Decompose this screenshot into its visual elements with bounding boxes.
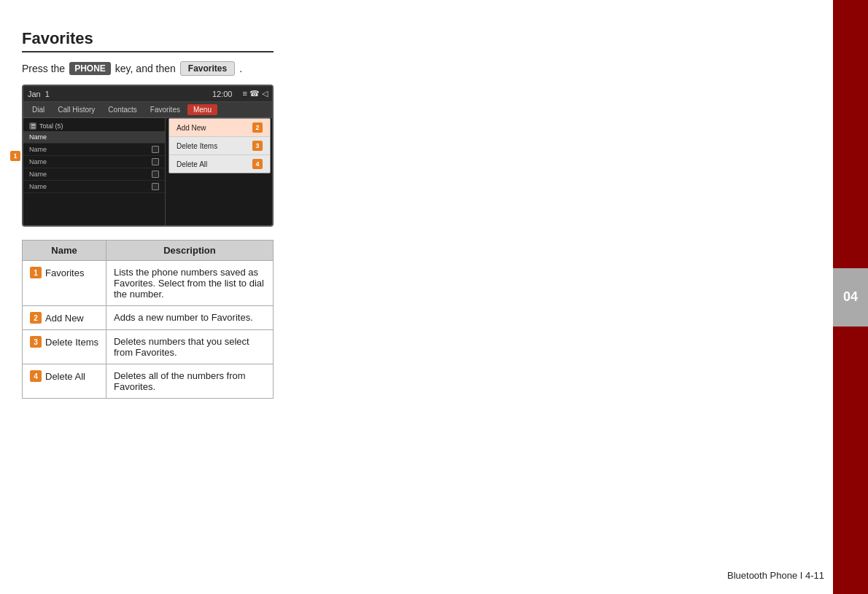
- list-item-3-name: Name: [29, 158, 47, 165]
- info-table: Name Description 1 Favorites Lists the p…: [22, 240, 274, 399]
- chapter-tab: 04: [833, 268, 868, 327]
- dropdown-deleteall-label: Delete All: [177, 160, 207, 168]
- screen-list-header: ☰ Total (5): [23, 121, 165, 131]
- table-cell-addnew-desc: Adds a new number to Favorites.: [106, 306, 273, 330]
- table-header-description: Description: [106, 241, 273, 261]
- table-cell-addnew-name: 2 Add New: [23, 306, 106, 330]
- table-row-deleteitems: 3 Delete Items Deletes numbers that you …: [23, 330, 274, 364]
- list-item-1: Name: [23, 131, 165, 144]
- screen-body: ☰ Total (5) Name Name Name: [23, 118, 272, 225]
- list-item-4-name: Name: [29, 171, 47, 178]
- screen-list: ☰ Total (5) Name Name Name: [23, 118, 166, 225]
- phone-key-badge: PHONE: [69, 62, 111, 75]
- deleteitems-label: Delete Items: [45, 337, 98, 348]
- screen-icons: ≡ ☎ ◁: [242, 89, 268, 98]
- list-icon: ☰: [29, 122, 36, 130]
- dropdown-deleteall-badge: 4: [252, 159, 263, 169]
- instruction-line: Press the PHONE key, and then Favorites …: [22, 61, 811, 76]
- screen-tab-contacts: Contacts: [102, 104, 142, 115]
- list-item-5: Name: [23, 181, 165, 193]
- table-header-name: Name: [23, 241, 106, 261]
- table-row-favorites: 1 Favorites Lists the phone numbers save…: [23, 261, 274, 306]
- screen-tab-menu: Menu: [187, 104, 217, 115]
- list-item-3: Name: [23, 156, 165, 168]
- badge-1: 1: [30, 267, 42, 278]
- table-cell-deleteall-name: 4 Delete All: [23, 364, 106, 399]
- dropdown-addnew-badge: 2: [252, 122, 263, 133]
- favorites-key-badge: Favorites: [180, 61, 235, 76]
- screen-tab-callhistory: Call History: [52, 104, 101, 115]
- dropdown-addnew-label: Add New: [177, 124, 206, 132]
- deleteall-label: Delete All: [45, 371, 85, 382]
- screen-topbar: Jan 1 12:00 ≡ ☎ ◁: [23, 86, 272, 102]
- table-cell-deleteall-desc: Deletes all of the numbers from Favorite…: [106, 364, 273, 399]
- list-item-5-name: Name: [29, 183, 47, 190]
- screen-tab-favorites: Favorites: [144, 104, 186, 115]
- section-title: Favorites: [22, 29, 274, 52]
- dropdown-item-addnew: Add New 2: [169, 119, 270, 137]
- table-row-addnew: 2 Add New Adds a new number to Favorites…: [23, 306, 274, 330]
- instruction-text-middle: key, and then: [115, 63, 176, 74]
- table-cell-favorites-name: 1 Favorites: [23, 261, 106, 306]
- table-cell-favorites-desc: Lists the phone numbers saved as Favorit…: [106, 261, 273, 306]
- table-row-deleteall: 4 Delete All Deletes all of the numbers …: [23, 364, 274, 399]
- dropdown-item-deleteitems: Delete Items 3: [169, 137, 270, 155]
- dropdown-item-deleteall: Delete All 4: [169, 155, 270, 173]
- list-item-2-name: Name: [29, 146, 47, 153]
- screen-dropdown: Add New 2 Delete Items 3 Delete All 4: [168, 118, 271, 173]
- table-cell-deleteitems-desc: Deletes numbers that you select from Fav…: [106, 330, 273, 364]
- list-item-4: Name: [23, 168, 165, 181]
- list-item-3-checkbox: [152, 158, 159, 165]
- list-item-2: Name: [23, 144, 165, 156]
- screen-nav: Dial Call History Contacts Favorites Men…: [23, 102, 272, 118]
- table-cell-deleteitems-name: 3 Delete Items: [23, 330, 106, 364]
- addnew-label: Add New: [45, 313, 84, 324]
- list-item-4-checkbox: [152, 171, 159, 178]
- instruction-text-before: Press the: [22, 63, 65, 74]
- screen-mockup: Jan 1 12:00 ≡ ☎ ◁ Dial Call History Cont…: [22, 85, 274, 227]
- badge-3: 3: [30, 336, 42, 348]
- screen-date: Jan 1: [28, 90, 50, 98]
- right-sidebar: 04: [833, 0, 868, 594]
- list-item-5-checkbox: [152, 183, 159, 190]
- favorites-label: Favorites: [45, 267, 84, 278]
- list-item-2-checkbox: [152, 146, 159, 153]
- dropdown-deleteitems-label: Delete Items: [177, 142, 217, 150]
- screen-wrapper: 1 Jan 1 12:00 ≡ ☎ ◁ Dial Call History Co…: [22, 85, 274, 227]
- screen-time: 12:00: [212, 90, 233, 98]
- badge-2: 2: [30, 312, 42, 324]
- side-badge-1: 1: [10, 151, 20, 161]
- badge-4: 4: [30, 370, 42, 382]
- list-total: Total (5): [39, 122, 63, 130]
- instruction-text-after: .: [239, 63, 242, 74]
- main-content: Favorites Press the PHONE key, and then …: [0, 0, 833, 594]
- screen-tab-dial: Dial: [26, 104, 50, 115]
- dropdown-deleteitems-badge: 3: [252, 141, 263, 151]
- list-item-1-name: Name: [29, 133, 47, 141]
